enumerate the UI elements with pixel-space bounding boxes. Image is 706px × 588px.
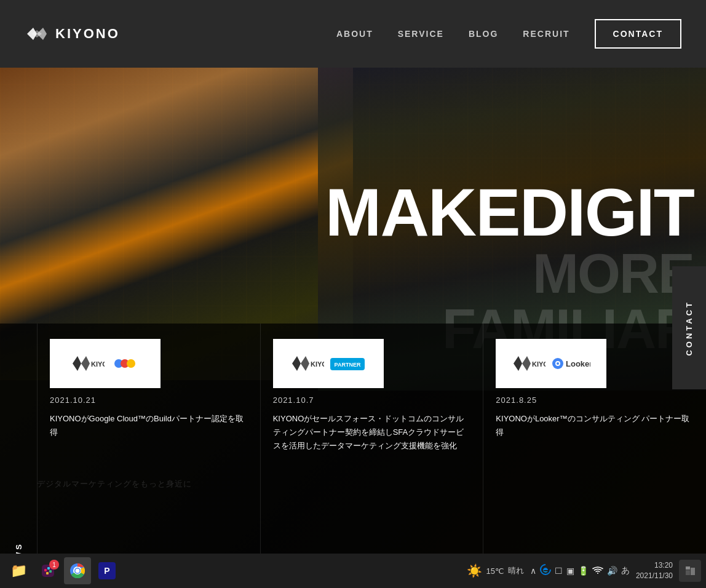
nav-blog[interactable]: BLOG: [469, 29, 498, 39]
contact-side-tab[interactable]: CONTACT: [672, 266, 706, 389]
chrome-logo: [69, 562, 86, 579]
file-explorer-icon[interactable]: 📁: [5, 557, 32, 584]
logo-area[interactable]: KIYONO: [25, 25, 120, 42]
news-logo-inner-3: KIYONO Looker: [502, 353, 600, 375]
news-text-3: KIYONOがLooker™のコンサルティング パートナー取得: [496, 412, 694, 573]
svg-rect-14: [47, 567, 50, 570]
contact-side-label: CONTACT: [684, 300, 694, 356]
svg-rect-16: [46, 572, 49, 574]
weather-temp: 15℃: [486, 566, 504, 576]
tray-icon3[interactable]: ▣: [566, 566, 574, 576]
tray-battery-icon[interactable]: 🔋: [578, 566, 589, 576]
nav-about[interactable]: ABOUT: [336, 29, 373, 39]
news-date-2: 2021.10.7: [273, 395, 471, 405]
news-logo-box-3: KIYONO Looker: [496, 339, 606, 388]
taskbar-icon-file-explorer[interactable]: 📁: [5, 557, 32, 584]
news-kiyono-logo-3: KIYONO: [512, 353, 545, 375]
tray-ime-icon[interactable]: あ: [621, 565, 630, 576]
weather-condition: 晴れ: [508, 565, 524, 576]
weather-icon: ☀️: [467, 563, 482, 578]
taskbar-apps: 📁 1: [0, 557, 125, 584]
tray-wifi-icon[interactable]: [592, 566, 603, 576]
main-nav: ABOUT SERVICE BLOG RECRUIT CONTACT: [336, 19, 681, 49]
news-kiyono-logo-1: KIYONO: [71, 353, 105, 375]
svg-text:KIYONO: KIYONO: [532, 360, 545, 368]
taskbar-right: ☀️ 15℃ 晴れ ∧ ☐ ▣ 🔋: [467, 560, 706, 582]
news-item-1[interactable]: KIYONO 2021.10.21 KIYONOがGoogle Cloud™のB…: [37, 324, 260, 588]
news-logo-inner-2: KIYONO PARTNER: [279, 353, 378, 375]
news-label: NEWS: [0, 324, 37, 588]
contact-button[interactable]: CONTACT: [595, 19, 681, 49]
nav-service[interactable]: SERVICE: [398, 29, 444, 39]
news-text-2: KIYONOがセールスフォース・ドットコムのコンサルティングパートナー契約を締結…: [273, 412, 471, 573]
taskbar-icon-slack[interactable]: 1: [34, 557, 61, 584]
news-logo-inner-1: KIYONO: [56, 353, 154, 375]
kiyono-logo-icon: [25, 25, 49, 42]
tray-edge-icon[interactable]: [540, 564, 551, 578]
looker-logo-3: Looker: [550, 353, 590, 375]
tray-volume-icon[interactable]: 🔊: [607, 566, 617, 576]
chrome-icon[interactable]: [64, 557, 91, 584]
svg-rect-13: [44, 569, 47, 571]
taskbar-date-value: 2021/11/30: [636, 571, 673, 581]
taskbar-time-value: 13:20: [636, 560, 673, 571]
app4-icon[interactable]: P: [93, 557, 121, 584]
news-date-3: 2021.8.25: [496, 395, 694, 405]
svg-rect-21: [686, 570, 690, 575]
svg-rect-22: [691, 568, 695, 575]
news-kiyono-logo-2: KIYONO: [290, 353, 324, 375]
taskbar-icon-app4[interactable]: P: [93, 557, 121, 584]
news-logo-box-2: KIYONO PARTNER: [273, 339, 384, 388]
svg-text:Looker: Looker: [566, 359, 590, 368]
news-logo-box-1: KIYONO: [50, 339, 161, 388]
tray-chevron-icon[interactable]: ∧: [530, 566, 536, 576]
news-text-1: KIYONOがGoogle Cloud™のBuildパートナー認定を取得: [50, 412, 248, 573]
hero-headline-line1: MAKEDIGIT: [0, 178, 694, 246]
header: KIYONO ABOUT SERVICE BLOG RECRUIT CONTAC…: [0, 0, 706, 68]
logo-text: KIYONO: [55, 26, 120, 42]
svg-text:KIYONO: KIYONO: [91, 360, 105, 368]
taskbar-notification[interactable]: [679, 560, 701, 582]
news-date-1: 2021.10.21: [50, 395, 248, 405]
svg-text:KIYONO: KIYONO: [311, 360, 324, 368]
svg-rect-23: [686, 566, 690, 570]
news-section: NEWS KIYONO: [0, 324, 706, 588]
news-item-2[interactable]: KIYONO PARTNER 2021.10.7 KIYONOがセールスフォース…: [260, 324, 483, 588]
hero-section: MAKEDIGIT MORE FAMILIAR デジタルマーケティングをもっと身…: [0, 68, 706, 588]
svg-rect-15: [49, 570, 52, 573]
taskbar-icon-chrome[interactable]: [64, 557, 91, 584]
svg-point-3: [127, 359, 135, 368]
taskbar: 📁 1: [0, 554, 706, 588]
svg-point-20: [76, 569, 80, 573]
hero-headline-line2: MORE: [0, 246, 694, 301]
news-items: KIYONO 2021.10.21 KIYONOがGoogle Cloud™のB…: [37, 324, 706, 588]
svg-point-10: [557, 362, 559, 365]
notification-icon: [684, 565, 696, 576]
taskbar-weather: ☀️ 15℃ 晴れ: [467, 563, 523, 578]
nav-recruit[interactable]: RECRUIT: [523, 29, 569, 39]
tray-icon2[interactable]: ☐: [555, 566, 563, 576]
salesforce-logo-2: PARTNER: [329, 353, 366, 375]
google-cloud-logo-1: [109, 353, 140, 375]
taskbar-clock[interactable]: 13:20 2021/11/30: [636, 560, 673, 581]
svg-text:PARTNER: PARTNER: [335, 362, 361, 368]
taskbar-tray: ∧ ☐ ▣ 🔋 🔊 あ: [530, 564, 630, 578]
slack-badge: 1: [49, 560, 59, 570]
